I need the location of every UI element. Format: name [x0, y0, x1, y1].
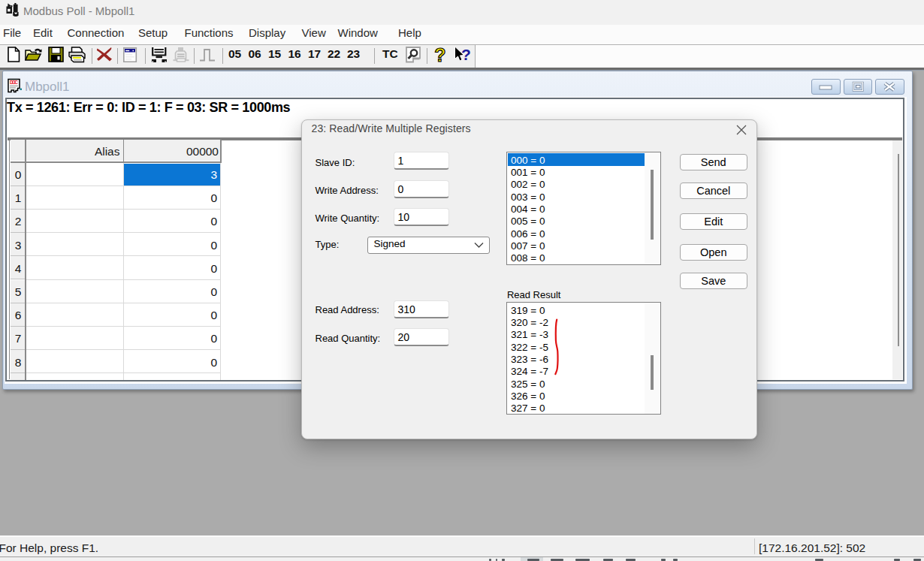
svg-text:?: ? [434, 46, 445, 64]
svg-text:DOC: DOC [10, 80, 19, 85]
